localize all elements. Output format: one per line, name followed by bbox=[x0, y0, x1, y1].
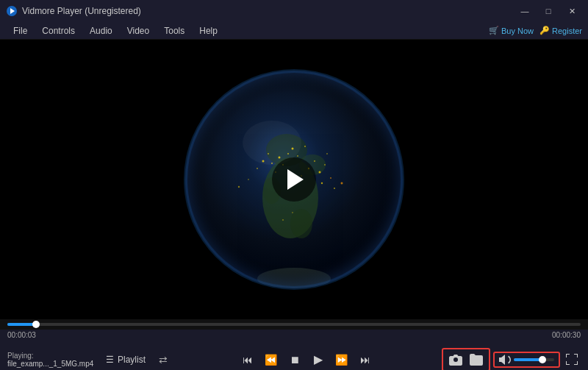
menu-help[interactable]: Help bbox=[192, 24, 225, 38]
buy-now-label: Buy Now bbox=[501, 26, 534, 35]
current-time: 00:00:03 bbox=[7, 331, 36, 339]
menu-right-actions: 🛒 Buy Now 🔑 Register bbox=[489, 26, 582, 35]
cart-icon: 🛒 bbox=[489, 26, 499, 35]
skip-next-icon: ⏭ bbox=[360, 354, 370, 366]
stop-button[interactable]: ⏹ bbox=[284, 349, 305, 370]
right-controls bbox=[442, 348, 581, 371]
playlist-label: Playlist bbox=[118, 355, 146, 365]
video-content bbox=[184, 69, 404, 290]
media-tools-group bbox=[442, 348, 490, 371]
menu-file[interactable]: File bbox=[6, 24, 35, 38]
play-icon: ▶ bbox=[314, 352, 323, 366]
menu-video[interactable]: Video bbox=[120, 24, 157, 38]
play-triangle-icon bbox=[287, 169, 304, 190]
forward-icon: ⏩ bbox=[335, 354, 348, 366]
volume-icon bbox=[499, 355, 511, 365]
title-bar: Vidmore Player (Unregistered) — □ ✕ bbox=[0, 0, 588, 22]
volume-button[interactable] bbox=[499, 355, 511, 365]
buy-now-button[interactable]: 🛒 Buy Now bbox=[489, 26, 534, 35]
controls-bar: 00:00:03 00:00:30 Playing: file_examp...… bbox=[0, 330, 588, 370]
register-button[interactable]: 🔑 Register bbox=[539, 26, 582, 35]
transport-controls: ⏮ ⏪ ⏹ ▶ ⏩ ⏭ bbox=[237, 349, 376, 370]
progress-fill bbox=[7, 323, 36, 326]
progress-area[interactable] bbox=[0, 319, 588, 330]
play-button-overlay[interactable] bbox=[272, 157, 316, 202]
rewind-icon: ⏪ bbox=[265, 354, 277, 366]
shuffle-icon: ⇄ bbox=[159, 354, 168, 366]
file-name: file_examp..._1_5MG.mp4 bbox=[7, 360, 96, 368]
camera-icon bbox=[449, 354, 462, 366]
window-title: Vidmore Player (Unregistered) bbox=[22, 6, 514, 16]
skip-next-button[interactable]: ⏭ bbox=[355, 349, 376, 370]
total-time: 00:00:30 bbox=[552, 331, 581, 339]
controls-main: Playing: file_examp..._1_5MG.mp4 ☰ Playl… bbox=[0, 339, 588, 370]
volume-thumb bbox=[539, 356, 546, 363]
menu-bar: File Controls Audio Video Tools Help 🛒 B… bbox=[0, 22, 588, 40]
video-area[interactable] bbox=[0, 40, 588, 319]
register-label: Register bbox=[552, 26, 582, 35]
file-info: Playing: file_examp..._1_5MG.mp4 bbox=[7, 352, 96, 368]
screenshot-button[interactable] bbox=[447, 351, 465, 369]
register-icon: 🔑 bbox=[539, 26, 550, 35]
window-controls: — □ ✕ bbox=[514, 4, 582, 18]
progress-thumb bbox=[32, 321, 40, 328]
playlist-lines-icon: ☰ bbox=[106, 355, 114, 365]
shuffle-button[interactable]: ⇄ bbox=[156, 351, 171, 369]
play-button[interactable]: ▶ bbox=[308, 349, 329, 370]
menu-audio[interactable]: Audio bbox=[82, 24, 120, 38]
maximize-button[interactable]: □ bbox=[538, 4, 559, 18]
skip-prev-icon: ⏮ bbox=[243, 354, 253, 366]
close-button[interactable]: ✕ bbox=[562, 4, 582, 18]
menu-controls[interactable]: Controls bbox=[35, 24, 82, 38]
volume-fill bbox=[514, 358, 542, 361]
folder-icon bbox=[470, 354, 483, 366]
volume-group bbox=[493, 352, 560, 368]
progress-track[interactable] bbox=[7, 323, 581, 326]
playlist-button[interactable]: ☰ Playlist bbox=[100, 352, 151, 368]
fullscreen-button[interactable] bbox=[563, 351, 581, 369]
folder-button[interactable] bbox=[467, 351, 485, 369]
volume-track[interactable] bbox=[514, 358, 554, 361]
time-row: 00:00:03 00:00:30 bbox=[0, 330, 588, 339]
playing-label: Playing: bbox=[7, 352, 96, 360]
minimize-button[interactable]: — bbox=[514, 4, 535, 18]
menu-tools[interactable]: Tools bbox=[157, 24, 192, 38]
skip-prev-button[interactable]: ⏮ bbox=[237, 349, 258, 370]
app-logo bbox=[6, 5, 18, 17]
stop-icon: ⏹ bbox=[290, 354, 300, 366]
forward-button[interactable]: ⏩ bbox=[331, 349, 352, 370]
rewind-button[interactable]: ⏪ bbox=[261, 349, 282, 370]
fullscreen-icon bbox=[566, 354, 578, 366]
